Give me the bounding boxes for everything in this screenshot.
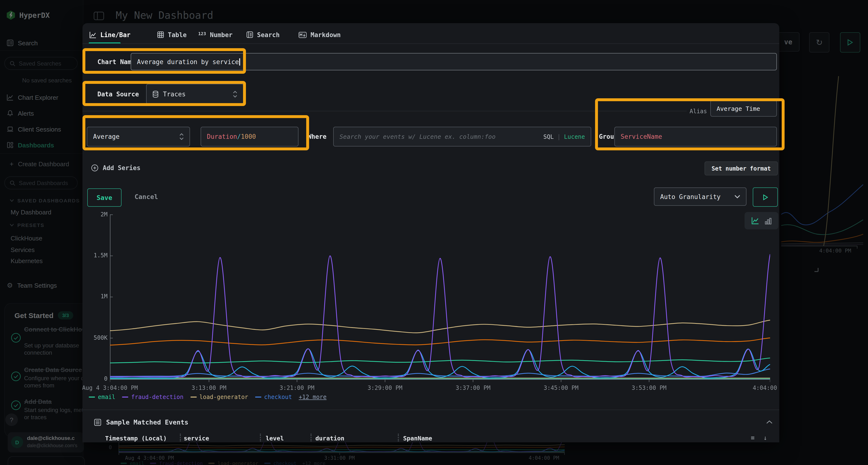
database-icon	[152, 90, 159, 98]
y-tick-label: 1.5M	[83, 252, 107, 259]
aggregation-select[interactable]: Average	[87, 127, 190, 146]
divider	[83, 409, 779, 410]
cancel-button[interactable]: Cancel	[134, 193, 158, 200]
legend-dash	[255, 397, 261, 398]
legend-label: load-generator	[199, 394, 248, 400]
series-line-load-generator	[110, 320, 770, 333]
series-line	[110, 338, 770, 345]
alias-input[interactable]: Average Time	[710, 100, 777, 117]
edit-chart-modal: Line/Bar Table 123 Number Search Markdow…	[83, 23, 779, 442]
x-tick-label: 3:45:00 PM	[530, 385, 592, 391]
legend-dash	[89, 397, 95, 398]
column-separator[interactable]	[180, 434, 181, 441]
tab-number[interactable]: 123 Number	[198, 29, 232, 40]
x-tick-label: 3:37:00 PM	[442, 385, 504, 391]
column-separator[interactable]	[398, 434, 399, 441]
updown-chevrons-icon	[233, 90, 237, 98]
column-header-timestamp[interactable]: Timestamp (Local)	[105, 435, 167, 442]
expression-field: Duration	[207, 133, 237, 140]
markdown-icon	[299, 32, 307, 38]
column-header-level[interactable]: level	[266, 435, 284, 442]
add-series-button[interactable]: Add Series	[91, 164, 141, 171]
table-options-icon[interactable]: ≡	[751, 434, 755, 441]
save-button[interactable]: Save	[87, 189, 122, 207]
tab-markdown[interactable]: Markdown	[299, 29, 341, 40]
x-tick-label: 3:29:00 PM	[354, 385, 416, 391]
y-tick-label: 1M	[83, 293, 107, 300]
column-separator[interactable]	[260, 434, 261, 441]
column-separator[interactable]	[311, 434, 311, 441]
tab-table[interactable]: Table	[157, 29, 187, 40]
app-root: HyperDX Search Saved Searches No saved s…	[0, 0, 868, 465]
run-chart-button[interactable]	[753, 188, 778, 207]
legend-item-fraud-detection[interactable]: fraud-detection	[122, 394, 184, 400]
alias-label: Alias	[689, 108, 707, 115]
legend-dash	[122, 397, 128, 398]
set-number-format-button[interactable]: Set number format	[705, 161, 778, 175]
main-chart	[110, 214, 770, 384]
data-source-label: Data Source	[97, 91, 139, 98]
x-tick-label: 3:53:00 PM	[618, 385, 680, 391]
chevron-down-icon	[735, 195, 740, 199]
x-tick-label: 4:04:00 PM	[739, 385, 779, 391]
y-tick-label: 2M	[83, 211, 107, 218]
lucene-mode-toggle[interactable]: Lucene	[564, 133, 585, 140]
column-header-service[interactable]: service	[184, 435, 209, 442]
where-label: Where	[308, 133, 327, 140]
where-placeholder: Search your events w/ Lucene ex. column:…	[340, 133, 495, 140]
search-doc-icon	[246, 31, 253, 38]
divider	[83, 111, 687, 111]
y-tick-label: 500K	[83, 334, 107, 341]
legend-more-link[interactable]: +12 more	[299, 394, 327, 400]
text-cursor	[240, 58, 240, 65]
group-by-input[interactable]: ServiceName	[614, 127, 777, 146]
tab-line-bar[interactable]: Line/Bar	[89, 29, 130, 40]
series-line-fraud-detection	[110, 254, 770, 377]
where-search-input[interactable]: Search your events w/ Lucene ex. column:…	[333, 127, 591, 146]
legend-dash	[190, 397, 196, 398]
aggregation-expression-input[interactable]: Duration/1000	[200, 127, 299, 146]
play-icon	[763, 194, 768, 200]
legend-item-checkout[interactable]: checkout	[255, 394, 292, 400]
collapse-chevron-icon[interactable]	[766, 420, 773, 424]
line-chart-icon	[89, 31, 96, 38]
sample-events-title: Sample Matched Events	[106, 418, 188, 426]
data-source-select[interactable]: Traces	[146, 84, 244, 104]
chart-name-input[interactable]: Average duration by service	[131, 53, 777, 70]
divider	[83, 43, 779, 44]
column-header-spanname[interactable]: SpanName	[403, 435, 432, 442]
granularity-select[interactable]: Auto Granularity	[654, 188, 746, 206]
chart-name-label: Chart Name	[97, 58, 135, 66]
list-icon	[94, 419, 101, 426]
chart-legend: emailfraud-detectionload-generatorchecko…	[89, 394, 327, 400]
expression-value: 1000	[241, 133, 256, 140]
legend-label: fraud-detection	[131, 394, 184, 400]
123-icon: 123	[198, 31, 206, 36]
y-tick-label: 0	[83, 375, 107, 382]
x-tick-label: 3:21:00 PM	[266, 385, 329, 391]
legend-item-load-generator[interactable]: load-generator	[190, 394, 248, 400]
x-tick-label: 3:13:00 PM	[178, 385, 240, 391]
x-tick-label: Aug 4 3:04:00 PM	[83, 385, 141, 391]
sql-mode-toggle[interactable]: SQL	[543, 133, 554, 140]
column-header-duration[interactable]: duration	[315, 435, 344, 442]
table-icon	[157, 31, 164, 38]
sample-events-header: Sample Matched Events	[94, 418, 188, 426]
tab-search[interactable]: Search	[246, 29, 280, 40]
legend-item-email[interactable]: email	[89, 394, 115, 400]
download-icon[interactable]: ↓	[763, 434, 767, 441]
plus-circle-icon	[91, 164, 98, 171]
updown-chevrons-icon	[179, 133, 184, 141]
legend-label: checkout	[264, 394, 292, 400]
expression-operator: /	[237, 133, 241, 140]
legend-label: email	[98, 394, 115, 400]
